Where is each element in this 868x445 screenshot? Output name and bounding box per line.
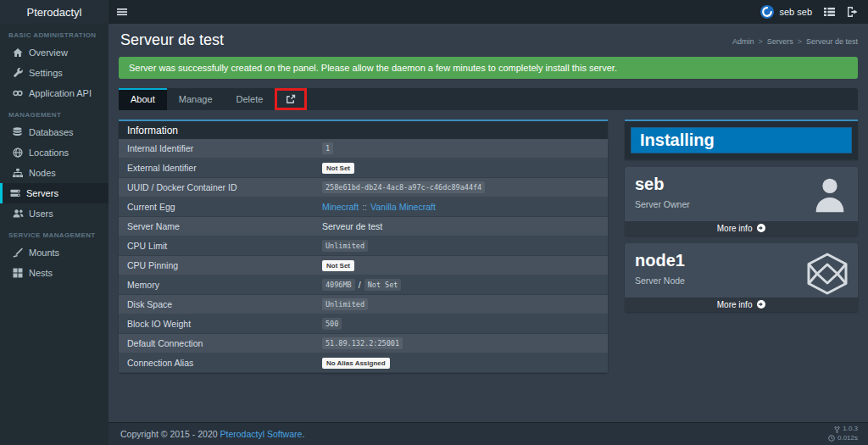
globe-icon bbox=[13, 147, 23, 158]
navbar: seb seb bbox=[108, 0, 868, 24]
tab-manage[interactable]: Manage bbox=[167, 88, 225, 110]
sidebar-item-nests[interactable]: Nests bbox=[0, 263, 108, 283]
sidebar-toggle-icon[interactable] bbox=[108, 7, 136, 17]
swap-value: Not Set bbox=[364, 279, 402, 291]
table-row: Memory 4096MB / Not Set bbox=[119, 275, 608, 295]
footer-meta: 1.0.3 0.012s bbox=[828, 425, 858, 443]
arrow-circle-right-icon bbox=[757, 224, 765, 232]
sidebar-section-label: SERVICE MANAGEMENT bbox=[0, 224, 108, 242]
sidebar-item-label: Application API bbox=[29, 88, 92, 98]
render-time: 0.012s bbox=[837, 434, 858, 443]
footer: Copyright © 2015 - 2020 Pterodactyl Soft… bbox=[108, 422, 868, 445]
status-badge: Installing bbox=[631, 127, 852, 153]
sidebar-item-nodes[interactable]: Nodes bbox=[0, 163, 108, 183]
users-icon bbox=[13, 209, 23, 219]
user-avatar bbox=[760, 5, 774, 19]
clock-icon bbox=[828, 435, 835, 442]
table-row: Default Connection 51.89.132.2:25001 bbox=[119, 334, 608, 353]
install-status-box: Installing bbox=[625, 120, 858, 159]
tab-bar: About Manage Delete bbox=[119, 88, 858, 110]
disk-space-value: Unlimited bbox=[322, 298, 368, 310]
mount-icon bbox=[13, 248, 23, 258]
user-name: seb seb bbox=[779, 7, 812, 17]
external-identifier-value: Not Set bbox=[322, 163, 354, 174]
tab-delete[interactable]: Delete bbox=[225, 88, 275, 110]
pterodactyl-software-link[interactable]: Pterodactyl Software bbox=[220, 429, 302, 439]
table-row: Internal Identifier 1 bbox=[119, 139, 608, 159]
sidebar-section-label: MANAGEMENT bbox=[0, 103, 108, 122]
sidebar-item-label: Users bbox=[29, 209, 53, 219]
sidebar-section-label: BASIC ADMINISTRATION bbox=[0, 24, 108, 42]
block-io-value: 500 bbox=[322, 318, 342, 330]
table-row: CPU Limit Unlimited bbox=[119, 236, 608, 256]
server-name-value: Serveur de test bbox=[322, 221, 382, 231]
nest-link[interactable]: Minecraft bbox=[322, 202, 359, 212]
sidebar-item-label: Servers bbox=[26, 188, 58, 198]
code-fork-icon bbox=[834, 426, 840, 433]
breadcrumb-current: Serveur de test bbox=[806, 37, 858, 46]
table-row: Disk Space Unlimited bbox=[119, 295, 608, 314]
sidebar-item-settings[interactable]: Settings bbox=[0, 63, 108, 83]
sidebar-item-label: Databases bbox=[29, 127, 74, 137]
sidebar-item-label: Nests bbox=[29, 268, 53, 278]
sidebar-item-application-api[interactable]: Application API bbox=[0, 83, 108, 103]
page-title: Serveur de test bbox=[120, 31, 224, 49]
home-icon bbox=[13, 47, 23, 58]
table-row: Server Name Serveur de test bbox=[119, 217, 608, 236]
sidebar-item-databases[interactable]: Databases bbox=[0, 122, 108, 142]
sidebar: BASIC ADMINISTRATION Overview Settings A… bbox=[0, 24, 108, 445]
cpu-limit-value: Unlimited bbox=[322, 240, 368, 252]
information-table: Internal Identifier 1 External Identifie… bbox=[119, 139, 608, 373]
sidebar-item-label: Mounts bbox=[29, 248, 59, 258]
sidebar-item-users[interactable]: Users bbox=[0, 203, 108, 224]
server-list-icon[interactable] bbox=[824, 7, 835, 17]
server-icon bbox=[10, 188, 20, 198]
uuid-value: 258e61bd-db24-4ac8-a97c-c46dc89a44f4 bbox=[322, 181, 485, 193]
user-menu[interactable]: seb seb bbox=[760, 5, 812, 19]
version-number: 1.0.3 bbox=[843, 425, 858, 434]
success-alert: Server was successfully created on the p… bbox=[119, 57, 858, 79]
grid-icon bbox=[13, 268, 23, 278]
node-more-info-link[interactable]: More info bbox=[625, 298, 858, 312]
api-icon bbox=[13, 88, 23, 98]
breadcrumb-admin[interactable]: Admin bbox=[732, 37, 754, 46]
owner-more-info-link[interactable]: More info bbox=[625, 221, 858, 236]
egg-link[interactable]: Vanilla Minecraft bbox=[370, 202, 436, 212]
sidebar-item-label: Settings bbox=[29, 68, 63, 78]
sidebar-item-locations[interactable]: Locations bbox=[0, 142, 108, 163]
sign-out-icon[interactable] bbox=[847, 7, 858, 17]
table-row: UUID / Docker Container ID 258e61bd-db24… bbox=[119, 178, 608, 197]
tab-external-link[interactable] bbox=[275, 88, 307, 110]
breadcrumb-servers[interactable]: Servers bbox=[767, 37, 793, 46]
cpu-pinning-value: Not Set bbox=[322, 260, 354, 271]
table-row: Current Egg Minecraft :: Vanilla Minecra… bbox=[119, 197, 608, 217]
information-box: Information Internal Identifier 1 Extern… bbox=[119, 120, 608, 373]
internal-identifier-value: 1 bbox=[322, 142, 333, 154]
server-owner-card: seb Server Owner More info bbox=[625, 167, 858, 236]
external-link-icon bbox=[286, 94, 296, 104]
user-icon bbox=[810, 175, 849, 214]
top-bar: Pterodactyl seb seb bbox=[0, 0, 868, 24]
table-row: CPU Pinning Not Set bbox=[119, 256, 608, 275]
breadcrumb: Admin > Servers > Serveur de test bbox=[732, 31, 858, 46]
wrench-icon bbox=[13, 68, 23, 78]
sidebar-item-servers[interactable]: Servers bbox=[0, 183, 108, 203]
arrow-circle-right-icon bbox=[757, 300, 765, 309]
default-connection-value: 51.89.132.2:25001 bbox=[322, 337, 403, 349]
sidebar-item-label: Overview bbox=[29, 47, 68, 58]
table-row: Block IO Weight 500 bbox=[119, 314, 608, 334]
server-node-card: node1 Server Node More bbox=[625, 243, 858, 312]
sidebar-item-label: Nodes bbox=[29, 168, 56, 178]
sitemap-icon bbox=[13, 168, 23, 178]
information-box-title: Information bbox=[119, 121, 608, 139]
main-content: Serveur de test Admin > Servers > Serveu… bbox=[108, 24, 868, 422]
sidebar-item-mounts[interactable]: Mounts bbox=[0, 242, 108, 263]
table-row: External Identifier Not Set bbox=[119, 159, 608, 178]
sidebar-item-label: Locations bbox=[29, 147, 69, 158]
sidebar-item-overview[interactable]: Overview bbox=[0, 42, 108, 63]
copyright: Copyright © 2015 - 2020 Pterodactyl Soft… bbox=[120, 429, 304, 439]
tab-about[interactable]: About bbox=[119, 88, 167, 110]
table-row: Connection Alias No Alias Assigned bbox=[119, 353, 608, 373]
connection-alias-value: No Alias Assigned bbox=[322, 358, 390, 369]
brand-logo[interactable]: Pterodactyl bbox=[0, 0, 108, 24]
